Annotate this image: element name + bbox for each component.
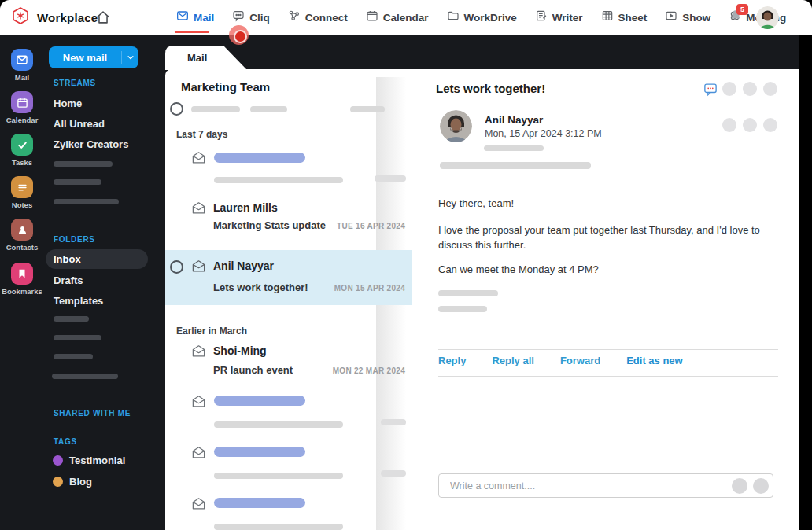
notes-app-icon: [11, 176, 33, 198]
chevron-down-icon[interactable]: [121, 51, 138, 64]
home-icon[interactable]: [94, 9, 112, 26]
streams-heading: STREAMS: [54, 79, 96, 87]
nav-item-connect[interactable]: Connect: [288, 0, 348, 35]
app-switcher: Mail Cliq Conne: [176, 0, 786, 35]
notification-badge: 5: [736, 4, 748, 15]
cursor-click-indicator: [229, 25, 249, 45]
rail-label: Notes: [0, 201, 44, 209]
message-action-placeholder[interactable]: [743, 118, 757, 132]
placeholder-bar: [52, 374, 118, 379]
sidebar-item-inbox[interactable]: Inbox: [46, 249, 148, 269]
nav-label: Cliq: [249, 12, 270, 24]
comment-box: [438, 473, 773, 498]
placeholder-bar: [54, 161, 113, 167]
tag-color-blog: [53, 477, 63, 487]
mail-open-icon: [191, 445, 206, 460]
mail-sender: Anil Nayyar: [213, 259, 274, 272]
sidebar-item-home[interactable]: Home: [54, 98, 82, 109]
notifications-button[interactable]: 5: [729, 8, 747, 28]
nav-item-mail[interactable]: Mail: [176, 0, 214, 35]
brand-name: Workplace: [37, 11, 98, 24]
placeholder-bar: [54, 335, 102, 340]
placeholder-bar: [214, 177, 343, 183]
placeholder-date-bar: [381, 470, 406, 477]
placeholder-subject-bar: [214, 498, 305, 508]
message-action-placeholder[interactable]: [763, 118, 777, 132]
toolbar-icon-placeholder[interactable]: [743, 82, 757, 96]
placeholder-bar: [54, 316, 89, 322]
placeholder-bar: [54, 354, 93, 359]
placeholder-bar: [214, 524, 343, 530]
new-mail-button[interactable]: New mail: [49, 46, 138, 68]
comment-action-placeholder[interactable]: [732, 478, 747, 494]
brand[interactable]: Workplace: [11, 0, 98, 35]
rail-label: Bookmarks: [0, 287, 44, 296]
rail-item-calendar[interactable]: Calendar: [0, 91, 44, 124]
sender-avatar: [440, 110, 472, 142]
sidebar-item-templates[interactable]: Templates: [54, 295, 103, 307]
placeholder-bar: [214, 421, 343, 428]
mail-open-icon: [191, 201, 206, 215]
placeholder-date-bar: [375, 175, 406, 182]
sidebar-tag-blog[interactable]: Blog: [69, 476, 92, 488]
message-action-placeholder[interactable]: [722, 118, 736, 132]
mail-open-icon: [191, 150, 206, 165]
nav-label: Writer: [552, 12, 583, 24]
rail-item-bookmarks[interactable]: Bookmarks: [0, 263, 44, 296]
mail-date: MON 15 APR 2024: [334, 284, 405, 293]
mail-list-item-anil-nayyar-selected[interactable]: Anil Nayyar Lets work together! MON 15 A…: [165, 250, 412, 305]
rail-item-mail[interactable]: Mail: [0, 49, 44, 82]
nav-item-workdrive[interactable]: WorkDrive: [447, 0, 517, 35]
nav-label: Show: [682, 12, 710, 24]
select-all-checkbox[interactable]: [170, 102, 183, 116]
message-subject: Lets work together!: [436, 82, 545, 95]
divider: [438, 376, 778, 377]
writer-icon: [535, 9, 548, 25]
group-label-last7: Last 7 days: [176, 129, 227, 140]
mail-sender: Lauren Mills: [213, 201, 278, 214]
nav-item-show[interactable]: Show: [665, 0, 710, 35]
sidebar-item-all-unread[interactable]: All Unread: [54, 118, 105, 130]
nav-item-sheet[interactable]: Sheet: [601, 0, 648, 35]
mail-date: TUE 16 APR 2024: [337, 222, 405, 230]
sidebar-item-zylker-creators[interactable]: Zylker Creators: [54, 138, 128, 150]
nav-item-writer[interactable]: Writer: [535, 0, 583, 35]
message-body-paragraph: I love the proposal your team put togeth…: [438, 223, 788, 253]
forward-button[interactable]: Forward: [560, 355, 600, 366]
mail-open-icon: [191, 259, 206, 274]
toolbar-icon-placeholder[interactable]: [763, 82, 777, 96]
mail-open-icon: [191, 344, 206, 359]
rail-label: Tasks: [0, 158, 44, 167]
workdrive-icon: [447, 9, 460, 25]
reading-pane: Lets work together! Anil Nayyar Mon, 15 …: [412, 69, 799, 530]
reply-button[interactable]: Reply: [438, 355, 466, 366]
nav-label: Connect: [305, 12, 348, 24]
reply-all-button[interactable]: Reply all: [492, 355, 533, 366]
rail-item-tasks[interactable]: Tasks: [0, 134, 44, 167]
sent-timestamp: Mon, 15 Apr 2024 3:12 PM: [485, 128, 602, 139]
placeholder-bar: [484, 145, 544, 151]
sender-name: Anil Nayyar: [485, 114, 543, 126]
user-avatar[interactable]: [756, 6, 779, 29]
comment-input[interactable]: [441, 476, 700, 495]
toolbar-icon-placeholder[interactable]: [722, 82, 736, 96]
comment-action-placeholder[interactable]: [753, 478, 769, 494]
mail-icon: [176, 9, 189, 25]
sidebar-item-drafts[interactable]: Drafts: [54, 274, 83, 286]
divider: [438, 349, 778, 350]
folders-heading: FOLDERS: [54, 235, 95, 244]
comments-icon[interactable]: [703, 82, 718, 100]
mail-list-panel: Marketing Team Last 7 days Lauren Mills …: [165, 69, 412, 530]
nav-item-calendar[interactable]: Calendar: [366, 0, 429, 35]
active-tab-underline: [175, 31, 209, 34]
mail-subject: Marketing Stats update: [213, 219, 326, 231]
new-mail-label: New mail: [49, 52, 121, 64]
cliq-icon: [232, 9, 245, 25]
shared-with-me-heading: SHARED WITH ME: [54, 409, 131, 418]
rail-item-notes[interactable]: Notes: [0, 176, 44, 209]
mail-select-checkbox[interactable]: [170, 260, 183, 274]
edit-as-new-button[interactable]: Edit as new: [626, 355, 683, 366]
rail-item-contacts[interactable]: Contacts: [0, 219, 44, 252]
show-icon: [665, 9, 677, 25]
sidebar-tag-testimonial[interactable]: Testimonial: [69, 455, 125, 466]
